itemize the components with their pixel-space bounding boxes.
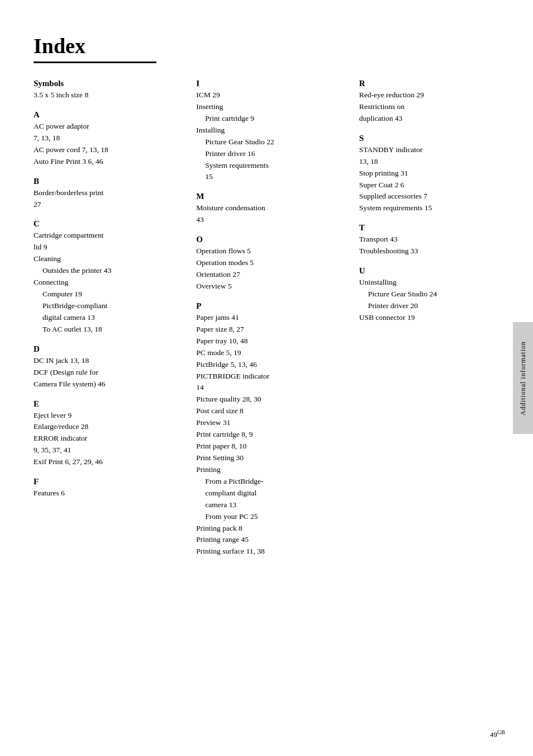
index-columns: Symbols 3.5 x 5 inch size 8 A AC power a… bbox=[34, 79, 505, 566]
page-title: Index bbox=[34, 34, 505, 63]
section-b: B Border/borderless print27 bbox=[34, 177, 179, 211]
section-m: M Moisture condensation43 bbox=[196, 192, 342, 226]
section-u: U Uninstalling Picture Gear Studio 24 Pr… bbox=[359, 266, 505, 324]
gb-label: GB bbox=[497, 729, 505, 735]
page-num-value: 49 bbox=[490, 730, 497, 739]
section-t: T Transport 43Troubleshooting 33 bbox=[359, 223, 505, 257]
section-c: C Cartridge compartment lid 9 Cleaning O… bbox=[34, 219, 179, 335]
section-a: A AC power adaptor7, 13, 18AC power cord… bbox=[34, 110, 179, 168]
section-f: F Features 6 bbox=[34, 477, 179, 499]
section-o: O Operation flows 5 Operation modes 5 Or… bbox=[196, 235, 342, 292]
section-symbols: Symbols 3.5 x 5 inch size 8 bbox=[34, 79, 179, 101]
sidebar-label: Additional information bbox=[519, 341, 527, 415]
section-r: R Red-eye reduction 29Restrictions ondup… bbox=[359, 79, 505, 125]
col2: I ICM 29 Inserting Print cartridge 9 Ins… bbox=[196, 79, 359, 566]
section-i: I ICM 29 Inserting Print cartridge 9 Ins… bbox=[196, 79, 342, 183]
title-rule bbox=[34, 62, 156, 63]
section-e: E Eject lever 9Enlarge/reduce 28ERROR in… bbox=[34, 399, 179, 469]
col3: R Red-eye reduction 29Restrictions ondup… bbox=[359, 79, 505, 566]
page: Index Symbols 3.5 x 5 inch size 8 A AC p… bbox=[0, 0, 533, 756]
sidebar-tab: Additional information bbox=[513, 322, 533, 434]
section-p: P Paper jams 41 Paper size 8, 27 Paper t… bbox=[196, 301, 342, 557]
section-s: S STANDBY indicator13, 18Stop printing 3… bbox=[359, 134, 505, 215]
section-d: D DC IN jack 13, 18DCF (Design rule forC… bbox=[34, 344, 179, 390]
index-title: Index bbox=[34, 34, 505, 58]
page-number: 49GB bbox=[490, 729, 505, 739]
col1: Symbols 3.5 x 5 inch size 8 A AC power a… bbox=[34, 79, 196, 566]
